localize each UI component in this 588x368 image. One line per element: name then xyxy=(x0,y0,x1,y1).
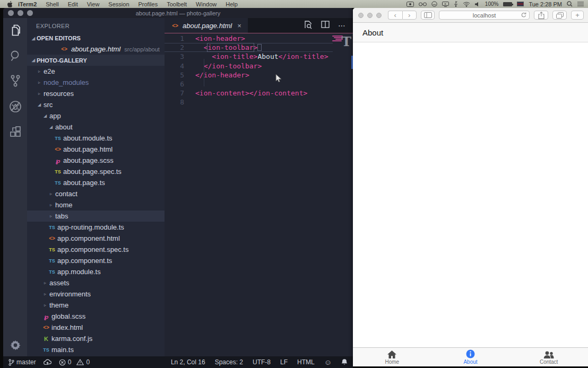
traffic-lights[interactable] xyxy=(357,13,382,18)
menu-view[interactable]: View xyxy=(87,1,100,7)
tree-item-about-page-ts[interactable]: TSabout.page.ts xyxy=(27,177,165,188)
tree-item-about-module-ts[interactable]: TSabout.module.ts xyxy=(27,133,165,144)
open-editor-item[interactable]: <> about.page.html src/app/about xyxy=(27,43,165,55)
notification-center-icon[interactable] xyxy=(577,2,584,6)
explorer-icon[interactable] xyxy=(8,23,22,37)
menu-edit[interactable]: Edit xyxy=(68,1,78,7)
tree-item-e2e[interactable]: ▹e2e xyxy=(27,66,165,77)
eol-sequence[interactable]: LF xyxy=(280,358,288,366)
tree-item-app-routing-module-ts[interactable]: TSapp-routing.module.ts xyxy=(27,222,165,233)
tree-item-about-page-html[interactable]: <>about.page.html xyxy=(27,144,165,155)
tree-item-about-page-spec-ts[interactable]: TSabout.page.spec.ts xyxy=(27,166,165,177)
tree-item-home[interactable]: ▹home xyxy=(27,199,165,211)
display-icon[interactable] xyxy=(442,2,449,7)
debug-icon[interactable] xyxy=(8,100,22,113)
zoom-window-button[interactable] xyxy=(27,10,33,16)
tree-item-contact[interactable]: ▹contact xyxy=(27,188,165,199)
menu-session[interactable]: Session xyxy=(108,1,129,7)
find-in-file-icon[interactable] xyxy=(304,20,313,31)
sidebar-toggle-icon[interactable] xyxy=(421,11,435,20)
spotlight-icon[interactable] xyxy=(567,1,573,7)
notifications-bell-icon[interactable] xyxy=(341,358,348,366)
code-line-3[interactable]: 3 <ion-title>About</ion-title> xyxy=(165,52,353,61)
code-line-5[interactable]: 5</ion-header> xyxy=(165,71,353,80)
project-section[interactable]: ◢ PHOTO-GALLERY xyxy=(27,55,165,66)
git-branch-item[interactable]: master xyxy=(8,358,36,366)
battery-icon[interactable] xyxy=(503,2,512,6)
tab-overview-icon[interactable] xyxy=(552,11,567,20)
volume-icon[interactable] xyxy=(475,2,480,7)
code-editor[interactable]: 1<ion-header>2 <ion-toolbar>3 <ion-title… xyxy=(165,34,353,356)
sync-item[interactable] xyxy=(44,359,51,365)
tab-contact[interactable]: Contact xyxy=(509,348,588,366)
extensions-icon[interactable] xyxy=(8,125,22,139)
open-editors-section[interactable]: ◢ OPEN EDITORS xyxy=(27,33,165,43)
code-line-4[interactable]: 4 </ion-toolbar> xyxy=(165,62,353,71)
problems-item[interactable]: 0 0 xyxy=(59,358,90,366)
language-mode[interactable]: HTML xyxy=(297,358,315,366)
minimize-window-button[interactable] xyxy=(18,10,23,16)
code-line-6[interactable]: 6 xyxy=(165,80,353,89)
settings-gear-icon[interactable] xyxy=(3,339,27,351)
address-bar[interactable]: localhost xyxy=(439,11,530,20)
tree-item-src[interactable]: ◢src xyxy=(27,99,165,110)
forward-button[interactable]: › xyxy=(402,11,417,20)
vscode-titlebar[interactable]: about.page.html — photo-gallery xyxy=(3,8,353,18)
menu-clock[interactable]: Tue 2:28 PM xyxy=(529,1,562,7)
screen-record-icon[interactable] xyxy=(407,2,414,7)
tab-home[interactable]: Home xyxy=(353,348,431,366)
tree-item-main-ts[interactable]: TSmain.ts xyxy=(27,344,165,355)
search-icon[interactable] xyxy=(8,49,22,63)
tab-about-page-html[interactable]: <> about.page.html × xyxy=(165,18,248,33)
dongle-icon[interactable] xyxy=(454,1,458,7)
code-line-1[interactable]: 1<ion-header> xyxy=(165,34,353,43)
refresh-icon[interactable] xyxy=(521,11,526,20)
tree-item-app-module-ts[interactable]: TSapp.module.ts xyxy=(27,266,165,277)
input-source-flag-icon[interactable] xyxy=(517,2,524,6)
tree-item-karma-conf-js[interactable]: Kkarma.conf.js xyxy=(27,333,165,344)
menu-window[interactable]: Window xyxy=(196,1,217,7)
code-line-8[interactable]: 8 xyxy=(165,98,353,107)
share-icon[interactable] xyxy=(534,11,548,20)
tree-item-node-modules[interactable]: ▹node_modules xyxy=(27,77,165,88)
tree-item-about-page-scss[interactable]: ℘about.page.scss xyxy=(27,155,165,166)
close-tab-icon[interactable]: × xyxy=(237,22,241,30)
back-button[interactable]: ‹ xyxy=(388,11,402,20)
tree-item-resources[interactable]: ▹resources xyxy=(27,88,165,99)
menu-profiles[interactable]: Profiles xyxy=(139,1,158,7)
menu-iterm2[interactable]: iTerm2 xyxy=(18,1,37,7)
do-not-disturb-icon[interactable] xyxy=(431,1,437,7)
apple-icon[interactable] xyxy=(7,1,13,7)
tree-item-app[interactable]: ◢app xyxy=(27,110,165,121)
indentation[interactable]: Spaces: 2 xyxy=(215,358,243,366)
tree-item-app-component-ts[interactable]: TSapp.component.ts xyxy=(27,255,165,266)
traffic-lights[interactable] xyxy=(3,10,33,16)
tree-item-theme[interactable]: ▹theme xyxy=(27,300,165,311)
code-line-2[interactable]: 2 <ion-toolbar> xyxy=(165,43,333,52)
tree-item-app-component-spec-ts[interactable]: TSapp.component.spec.ts xyxy=(27,244,165,255)
menu-help[interactable]: Help xyxy=(226,1,238,7)
tree-item-global-scss[interactable]: ℘global.scss xyxy=(27,311,165,322)
close-window-button[interactable] xyxy=(8,10,14,16)
tree-item-assets[interactable]: ▹assets xyxy=(27,277,165,288)
tree-item-tabs[interactable]: ▹tabs xyxy=(27,211,165,222)
close-window-button[interactable] xyxy=(358,13,364,18)
cursor-position[interactable]: Ln 2, Col 16 xyxy=(171,358,205,366)
minimize-window-button[interactable] xyxy=(367,13,373,18)
split-editor-icon[interactable] xyxy=(321,21,330,30)
tree-item-environments[interactable]: ▹environments xyxy=(27,288,165,300)
glasses-icon[interactable] xyxy=(419,2,427,6)
encoding[interactable]: UTF-8 xyxy=(253,358,271,366)
more-actions-icon[interactable]: ⋯ xyxy=(338,21,345,30)
tree-item-index-html[interactable]: <>index.html xyxy=(27,322,165,333)
source-control-icon[interactable] xyxy=(8,74,22,88)
code-line-7[interactable]: 7<ion-content></ion-content> xyxy=(165,89,353,98)
wifi-icon[interactable] xyxy=(463,2,470,7)
menu-toolbelt[interactable]: Toolbelt xyxy=(167,1,187,7)
tab-about[interactable]: About xyxy=(431,348,510,366)
tree-item-about[interactable]: ◢about xyxy=(27,121,165,133)
feedback-smiley-icon[interactable]: ☺ xyxy=(324,358,332,366)
zoom-window-button[interactable] xyxy=(376,13,382,18)
menu-shell[interactable]: Shell xyxy=(46,1,58,7)
new-tab-icon[interactable]: + xyxy=(571,11,584,20)
